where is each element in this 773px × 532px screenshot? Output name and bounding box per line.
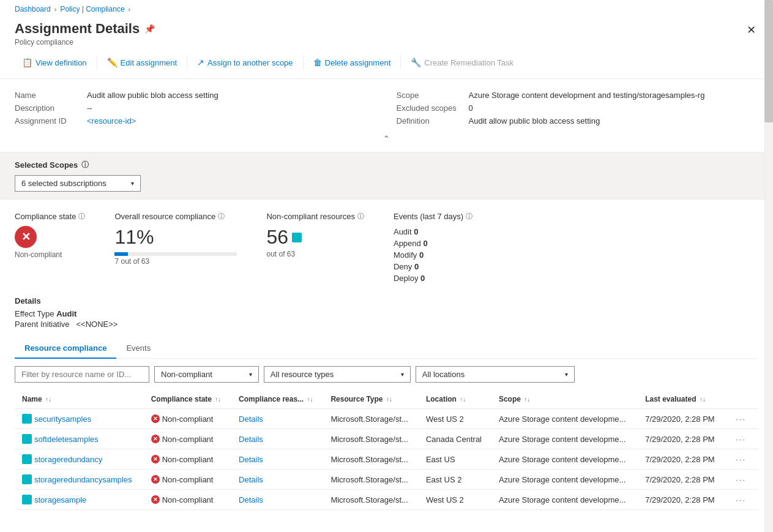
scrollbar-track[interactable] — [764, 0, 773, 532]
edit-assignment-button[interactable]: ✏️ Edit assignment — [100, 54, 185, 71]
cell-actions-3: ··· — [725, 470, 758, 490]
table-row: storagesample ✕ Non-compliant Details Mi… — [15, 490, 758, 510]
info-definition-label: Definition — [397, 116, 464, 126]
col-compliance-reason[interactable]: Compliance reas... ↑↓ — [231, 390, 323, 409]
delete-assignment-button[interactable]: 🗑 Delete assignment — [306, 54, 398, 71]
cell-compliance-1: ✕ Non-compliant — [144, 429, 231, 449]
edit-icon: ✏️ — [107, 58, 118, 67]
event-deploy: Deploy 0 — [394, 272, 472, 284]
locations-filter-dropdown[interactable]: All locations ▾ — [416, 366, 575, 383]
resource-dot-4 — [22, 495, 32, 504]
scopes-info-icon: ⓘ — [81, 160, 89, 170]
info-definition-value: Audit allow public blob access setting — [469, 116, 600, 126]
overall-compliance-title: Overall resource compliance ⓘ — [114, 212, 237, 221]
cell-actions-1: ··· — [725, 429, 758, 449]
toolbar-divider-3 — [303, 55, 304, 70]
cell-actions-0: ··· — [725, 409, 758, 429]
more-actions-4[interactable]: ··· — [732, 494, 750, 506]
cell-compliance-0: ✕ Non-compliant — [144, 409, 231, 429]
info-desc-row: Description -- — [15, 102, 377, 114]
filters-row: Non-compliant ▾ All resource types ▾ All… — [15, 359, 758, 390]
resource-link-2[interactable]: storageredundancy — [22, 454, 136, 464]
breadcrumb-dashboard[interactable]: Dashboard — [15, 5, 51, 13]
resource-dot-1 — [22, 434, 32, 444]
collapse-icon: ⌃ — [383, 134, 390, 143]
more-actions-3[interactable]: ··· — [732, 474, 750, 485]
sort-name-icon: ↑↓ — [45, 396, 51, 403]
details-link-0[interactable]: Details — [239, 414, 316, 424]
col-resource-type[interactable]: Resource Type ↑↓ — [323, 390, 419, 409]
cell-scope-4: Azure Storage content developme... — [491, 490, 638, 510]
col-compliance-state[interactable]: Compliance state ↑↓ — [144, 390, 231, 409]
cell-evaluated-0: 7/29/2020, 2:28 PM — [638, 409, 725, 429]
cell-name-2: storageredundancy — [15, 449, 144, 470]
collapse-bar[interactable]: ⌃ — [15, 132, 758, 144]
col-location[interactable]: Location ↑↓ — [419, 390, 491, 409]
status-bad-icon-2: ✕ — [151, 455, 160, 463]
more-actions-2[interactable]: ··· — [732, 454, 750, 465]
resource-link-4[interactable]: storagesample — [22, 495, 136, 504]
effect-type-label: Effect Type — [15, 309, 54, 318]
delete-icon: 🗑 — [313, 58, 322, 67]
cell-reason-4: Details — [231, 490, 323, 510]
events-list: Audit 0 Append 0 Modify 0 Deny 0 Deploy … — [394, 226, 472, 284]
info-grid: Name Audit allow public blob access sett… — [15, 89, 758, 127]
col-last-evaluated[interactable]: Last evaluated ↑↓ — [638, 390, 725, 409]
assign-scope-button[interactable]: ↗ Assign to another scope — [190, 54, 300, 71]
resource-tabs: Resource compliance Events — [15, 339, 758, 359]
resource-link-0[interactable]: securitysamples — [22, 414, 136, 424]
status-bad-icon-4: ✕ — [151, 495, 160, 504]
scopes-dropdown[interactable]: 6 selected subscriptions ▾ — [15, 175, 141, 192]
breadcrumb-policy-compliance[interactable]: Policy | Compliance — [60, 5, 124, 13]
toolbar-divider-4 — [400, 55, 401, 70]
view-definition-button[interactable]: 📋 View definition — [15, 54, 94, 71]
breadcrumb-sep2: › — [129, 6, 131, 13]
resource-types-filter-dropdown[interactable]: All resource types ▾ — [264, 366, 411, 383]
scrollbar-thumb[interactable] — [764, 0, 773, 122]
cell-location-2: East US — [419, 449, 491, 470]
table-header: Name ↑↓ Compliance state ↑↓ Compliance r… — [15, 390, 758, 409]
col-name[interactable]: Name ↑↓ — [15, 390, 144, 409]
assign-scope-icon: ↗ — [197, 58, 204, 67]
resource-dot-2 — [22, 454, 32, 464]
status-badge-2: ✕ Non-compliant — [151, 455, 224, 464]
main-content: Name Audit allow public blob access sett… — [0, 79, 773, 532]
cell-scope-3: Azure Storage content developme... — [491, 470, 638, 490]
event-audit: Audit 0 — [394, 226, 472, 238]
panel-header: Assignment Details 📌 Policy compliance ✕ — [0, 18, 773, 54]
more-actions-0[interactable]: ··· — [732, 413, 750, 425]
toolbar: 📋 View definition ✏️ Edit assignment ↗ A… — [0, 54, 773, 79]
non-compliant-sub: out of 63 — [266, 250, 364, 258]
assignment-details-panel: Dashboard › Policy | Compliance › Assign… — [0, 0, 773, 532]
cell-actions-4: ··· — [725, 490, 758, 510]
info-desc-label: Description — [15, 103, 82, 113]
info-definition-row: Definition Audit allow public blob acces… — [397, 114, 759, 127]
tab-resource-compliance[interactable]: Resource compliance — [15, 339, 116, 359]
details-link-2[interactable]: Details — [239, 455, 316, 464]
info-excluded-label: Excluded scopes — [397, 103, 464, 113]
resource-search-input[interactable] — [15, 366, 149, 383]
sort-location-icon: ↑↓ — [460, 396, 466, 403]
resource-link-3[interactable]: storageredundancysamples — [22, 474, 136, 484]
sort-type-icon: ↑↓ — [386, 396, 392, 403]
info-id-value[interactable]: <resource-id> — [87, 116, 136, 126]
pin-icon[interactable]: 📌 — [144, 24, 155, 34]
details-link-3[interactable]: Details — [239, 475, 316, 484]
toolbar-divider-1 — [97, 55, 97, 70]
tab-events[interactable]: Events — [116, 339, 160, 359]
resource-link-1[interactable]: softdeletesamples — [22, 434, 136, 444]
col-actions — [725, 390, 758, 409]
create-remediation-button[interactable]: 🔧 Create Remediation Task — [403, 54, 521, 71]
resource-dot-0 — [22, 414, 32, 424]
cell-name-1: softdeletesamples — [15, 429, 144, 449]
close-button[interactable]: ✕ — [744, 21, 758, 39]
details-link-1[interactable]: Details — [239, 435, 316, 444]
cell-scope-2: Azure Storage content developme... — [491, 449, 638, 470]
more-actions-1[interactable]: ··· — [732, 433, 750, 445]
col-scope[interactable]: Scope ↑↓ — [491, 390, 638, 409]
details-link-4[interactable]: Details — [239, 495, 316, 504]
scopes-section: Selected Scopes ⓘ 6 selected subscriptio… — [0, 152, 773, 200]
compliance-filter-dropdown[interactable]: Non-compliant ▾ — [154, 366, 259, 383]
non-compliant-info: ⓘ — [357, 212, 364, 221]
resource-dot-3 — [22, 474, 32, 484]
